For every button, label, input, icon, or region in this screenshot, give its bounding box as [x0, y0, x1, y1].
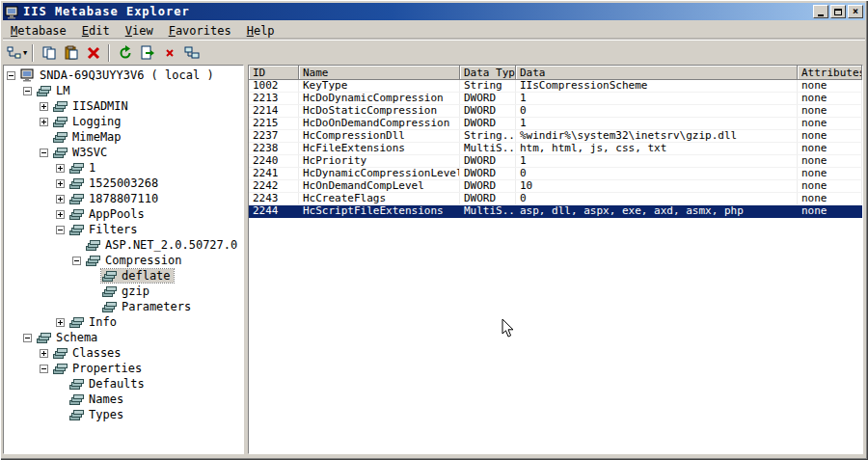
tree-item-label: 1: [89, 161, 95, 175]
table-row[interactable]: 2240HcPriorityDWORD1none: [249, 155, 862, 168]
tree-item[interactable]: Schema: [6, 330, 243, 345]
column-header-name[interactable]: Name: [299, 66, 460, 80]
tree-item-selected[interactable]: deflate: [101, 269, 174, 283]
tree-item-node[interactable]: Names: [68, 392, 126, 406]
tree-item[interactable]: MimeMap: [6, 129, 243, 145]
tree-item-node[interactable]: Classes: [52, 346, 124, 360]
tree-item-node[interactable]: LM: [36, 84, 72, 97]
collapse-icon[interactable]: [39, 364, 49, 374]
tree-item[interactable]: Parameters: [6, 299, 243, 314]
menu-view[interactable]: View: [118, 22, 161, 40]
tree-item[interactable]: Defaults: [6, 376, 243, 392]
tree-item-node[interactable]: MimeMap: [52, 130, 124, 144]
column-header-data-type[interactable]: Data Type: [460, 66, 516, 80]
tree-item-node[interactable]: 1525003268: [68, 176, 161, 190]
tree-item-node[interactable]: Logging: [52, 115, 124, 128]
tree-item[interactable]: IISADMIN: [6, 98, 243, 114]
expand-icon[interactable]: [39, 348, 49, 359]
collapse-icon[interactable]: [22, 333, 33, 343]
table-row[interactable]: 1002KeyTypeStringIIsCompressionSchemenon…: [249, 80, 862, 93]
tree-item-node[interactable]: ASP.NET_2.0.50727.0: [85, 238, 240, 252]
collapse-icon[interactable]: [22, 86, 33, 96]
tree-item[interactable]: SNDA-69Q3UYY3V6 ( local ): [6, 68, 243, 83]
tree-item[interactable]: 1: [6, 160, 243, 176]
tree-item-node[interactable]: SNDA-69Q3UYY3V6 ( local ): [19, 68, 217, 82]
tree-item-node[interactable]: Schema: [36, 331, 100, 344]
table-row[interactable]: 2243HcCreateFlagsDWORD0none: [249, 193, 862, 205]
refresh-button[interactable]: [114, 42, 136, 64]
paste-button[interactable]: [60, 42, 82, 64]
tree-item-node[interactable]: Defaults: [68, 377, 148, 391]
tree-item-node[interactable]: IISADMIN: [52, 99, 131, 113]
table-row[interactable]: 2238HcFileExtensionsMultiS...htm, html, …: [249, 143, 862, 155]
titlebar[interactable]: IIS Metabase Explorer ×: [3, 3, 865, 20]
tree-item-node[interactable]: W3SVC: [52, 146, 110, 159]
collapse-icon[interactable]: [6, 70, 16, 81]
table-row-selected[interactable]: 2244HcScriptFileExtensionsMultiS...asp, …: [249, 205, 862, 218]
tree-item[interactable]: Classes: [6, 345, 243, 361]
collapse-icon[interactable]: [39, 148, 49, 158]
table-row[interactable]: 2242HcOnDemandCompLevelDWORD10none: [249, 180, 862, 193]
table-row[interactable]: 2237HcCompressionDllString...%windir%\sy…: [249, 130, 862, 143]
tree-item-node[interactable]: Parameters: [101, 300, 194, 313]
tree-item-node[interactable]: AppPools: [68, 207, 148, 221]
delete-button[interactable]: [82, 42, 104, 64]
tree-item[interactable]: 1525003268: [6, 176, 243, 191]
expand-icon[interactable]: [55, 194, 66, 204]
menu-help[interactable]: Help: [239, 22, 283, 40]
expand-icon[interactable]: [55, 178, 66, 189]
expand-icon[interactable]: [55, 163, 66, 174]
tree-item[interactable]: LM: [6, 83, 243, 98]
tree-item[interactable]: Logging: [6, 114, 243, 129]
column-header-attributes[interactable]: Attributes: [798, 66, 862, 80]
table-row[interactable]: 2215HcDoOnDemandCompressionDWORD1none: [249, 118, 862, 130]
tree-item-node[interactable]: Info: [68, 315, 120, 329]
tree-item-node[interactable]: Compression: [85, 254, 184, 267]
maximize-button[interactable]: [830, 5, 846, 18]
tree-item-node[interactable]: Types: [68, 408, 126, 421]
column-header-id[interactable]: ID: [249, 66, 299, 80]
menu-edit[interactable]: Edit: [74, 22, 118, 40]
menu-metabase[interactable]: Metabase: [3, 22, 74, 40]
tree-item[interactable]: Compression: [6, 253, 243, 268]
table-row[interactable]: 2213HcDoDynamicCompressionDWORD1none: [249, 93, 862, 105]
tree-item[interactable]: ASP.NET_2.0.50727.0: [6, 237, 243, 253]
connect-button[interactable]: [180, 42, 203, 64]
expand-icon[interactable]: [39, 117, 49, 127]
tree-item-node[interactable]: 1878807110: [68, 192, 161, 205]
export-button[interactable]: [136, 42, 158, 64]
expand-icon[interactable]: [55, 317, 66, 328]
copy-button[interactable]: [38, 42, 60, 64]
cell-id: 2237: [249, 130, 299, 142]
tree-spacer: [55, 379, 66, 390]
tree-item-node[interactable]: 1: [68, 161, 98, 175]
collapse-icon[interactable]: [71, 256, 82, 266]
tree-item[interactable]: Properties: [6, 361, 243, 376]
tree-item[interactable]: Names: [6, 392, 243, 407]
cell-attributes: none: [798, 105, 862, 117]
cell-data: %windir%\system32\inetsrv\gzip.dll: [516, 130, 798, 142]
tree-item[interactable]: Filters: [6, 222, 243, 237]
tree-item[interactable]: 1878807110: [6, 191, 243, 206]
tree-item-node[interactable]: Properties: [52, 362, 145, 375]
close-button[interactable]: ×: [848, 5, 863, 18]
tree-item[interactable]: gzip: [6, 284, 243, 299]
tree-item[interactable]: Info: [6, 314, 243, 330]
column-header-data[interactable]: Data: [516, 66, 798, 80]
tree-item[interactable]: deflate: [6, 268, 243, 284]
expand-icon[interactable]: [55, 209, 66, 220]
tree-item[interactable]: AppPools: [6, 206, 243, 222]
stop-button[interactable]: [158, 42, 180, 64]
tree-item[interactable]: W3SVC: [6, 145, 243, 160]
menu-favorites[interactable]: Favorites: [161, 22, 239, 40]
table-row[interactable]: 2241HcDynamicCompressionLevelDWORD0none: [249, 168, 862, 180]
expand-icon[interactable]: [39, 101, 49, 112]
tree-item[interactable]: Types: [6, 407, 243, 422]
tree-item-label: 1525003268: [89, 176, 158, 190]
table-row[interactable]: 2214HcDoStaticCompressionDWORD0none: [249, 105, 862, 118]
tree-item-node[interactable]: gzip: [101, 284, 152, 298]
tree-item-node[interactable]: Filters: [68, 223, 141, 236]
collapse-icon[interactable]: [55, 225, 66, 235]
new-record-button[interactable]: ▼: [6, 42, 28, 64]
minimize-button[interactable]: [813, 5, 828, 18]
